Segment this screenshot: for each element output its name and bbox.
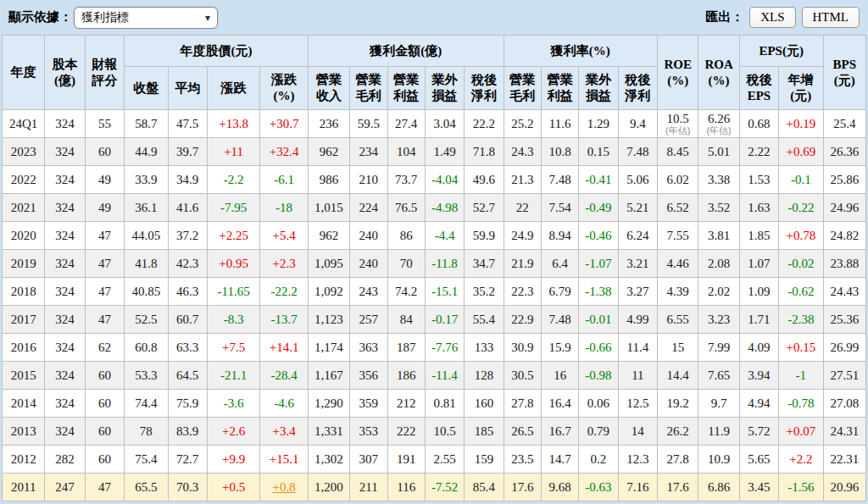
cell-bps: 27.08	[823, 390, 865, 418]
cell-eps: 1.71	[739, 306, 778, 334]
cell-avg: 63.3	[168, 334, 207, 362]
cell-avg: 47.5	[168, 110, 207, 138]
cell-net-income: 160	[465, 390, 504, 418]
cell-roa: 6.86	[698, 474, 739, 501]
cell-avg: 37.2	[168, 222, 207, 250]
header-gross-margin: 營業 毛利	[504, 67, 541, 110]
cell-op-margin: 16.7	[541, 418, 578, 446]
cell-non-op: -0.17	[425, 306, 464, 334]
cell-close: 44.05	[125, 222, 168, 250]
cell-revenue: 1,331	[308, 418, 349, 446]
year-cell: 2022	[3, 166, 45, 194]
cell-non-op: -11.8	[425, 250, 464, 278]
cell-net-margin: 7.16	[618, 474, 657, 501]
cell-bps: 22.31	[823, 446, 865, 474]
cell-eps: 2.22	[739, 138, 778, 166]
cell-avg: 64.5	[168, 362, 207, 390]
cell-bps: 27.51	[823, 362, 865, 390]
cell-roa: 5.01	[698, 138, 739, 166]
cell-op-income: 73.7	[387, 166, 425, 194]
cell-capital: 324	[45, 418, 85, 446]
cell-net-income: 71.8	[465, 138, 504, 166]
cell-roe: 15	[658, 334, 698, 362]
cell-gross-profit: 210	[350, 166, 387, 194]
cell-bps: 24.96	[823, 194, 865, 222]
table-row: 20233246044.939.7+11+32.49622341041.4971…	[3, 138, 866, 166]
table-row: 20173244752.560.7-8.3-13.71,12325784-0.1…	[3, 306, 866, 334]
cell-roe: 6.55	[658, 306, 698, 334]
cell-change-pct: -13.7	[260, 306, 308, 334]
cell-roe: 7.55	[658, 222, 698, 250]
cell-gross-profit: 59.5	[350, 110, 387, 138]
cell-avg: 70.3	[168, 474, 207, 501]
cell-non-op-margin: -0.01	[579, 306, 618, 334]
cell-bps: 20.96	[823, 474, 865, 501]
cell-net-income: 159	[465, 446, 504, 474]
cell-roa: 7.65	[698, 362, 739, 390]
cell-op-income: 70	[387, 250, 425, 278]
cell-roe: 4.39	[658, 278, 698, 306]
cell-revenue: 1,302	[308, 446, 349, 474]
cell-net-income: 59.9	[465, 222, 504, 250]
cell-roa: 2.08	[698, 250, 739, 278]
cell-net-income: 55.4	[465, 306, 504, 334]
cell-roe: 17.6	[658, 474, 698, 501]
cell-op-margin: 7.54	[541, 194, 578, 222]
table-row: 20193244741.842.3+0.95+2.31,09524070-11.…	[3, 250, 866, 278]
header-year: 年度	[3, 36, 45, 110]
cell-avg: 41.6	[168, 194, 207, 222]
table-row: 20143246074.475.9-3.6-4.61,2903592120.81…	[3, 390, 866, 418]
cell-non-op-margin: -1.07	[579, 250, 618, 278]
export-xls-button[interactable]: XLS	[749, 7, 795, 28]
header-net-margin: 稅後 淨利	[618, 67, 657, 110]
cell-change-pct: -22.2	[260, 278, 308, 306]
table-row: 20213244936.141.6-7.95-181,01522476.5-4.…	[3, 194, 866, 222]
cell-change-pct[interactable]: +0.8	[260, 474, 308, 501]
cell-change-pct: -28.4	[260, 362, 308, 390]
cell-eps-yoy: +0.19	[779, 110, 823, 138]
cell-non-op: 3.04	[425, 110, 464, 138]
cell-roe: 4.46	[658, 250, 698, 278]
header-price-group: 年度股價(元)	[125, 36, 309, 67]
year-cell: 2020	[3, 222, 45, 250]
cell-eps-yoy: -1	[779, 362, 823, 390]
cell-capital: 324	[45, 110, 85, 138]
toolbar: 顯示依據： 獲利指標 ▾ 匯出： XLS HTML	[0, 0, 868, 35]
cell-non-op-margin: -1.38	[579, 278, 618, 306]
cell-gross-margin: 26.5	[504, 418, 541, 446]
header-non-op: 業外 損益	[425, 67, 464, 110]
cell-change: -11.65	[207, 278, 259, 306]
table-row: 20153246053.364.5-21.1-28.41,167356186-1…	[3, 362, 866, 390]
cell-eps: 1.85	[739, 222, 778, 250]
cell-net-margin: 3.21	[618, 250, 657, 278]
chevron-down-icon: ▾	[205, 13, 210, 23]
year-cell: 2012	[3, 446, 45, 474]
cell-roa: 3.81	[698, 222, 739, 250]
header-change-pct: 漲跌 (%)	[260, 67, 308, 110]
cell-fin-score: 49	[85, 194, 124, 222]
cell-eps-yoy: +0.69	[779, 138, 823, 166]
cell-non-op: -4.98	[425, 194, 464, 222]
year-cell: 24Q1	[3, 110, 45, 138]
header-capital: 股本 (億)	[45, 36, 85, 110]
display-by-selected-value: 獲利指標	[81, 10, 129, 25]
cell-gross-profit: 356	[350, 362, 387, 390]
cell-change-pct: +30.7	[260, 110, 308, 138]
header-fin-score: 財報 評分	[85, 36, 124, 110]
cell-close: 74.4	[125, 390, 168, 418]
export-html-button[interactable]: HTML	[802, 7, 860, 28]
cell-gross-margin: 22.9	[504, 306, 541, 334]
display-by-label: 顯示依據：	[8, 9, 72, 25]
cell-roe: 19.2	[658, 390, 698, 418]
year-cell: 2023	[3, 138, 45, 166]
table-row: 20163246260.863.3+7.5+14.11,174363187-7.…	[3, 334, 866, 362]
year-cell: 2013	[3, 418, 45, 446]
cell-non-op-margin: 0.15	[579, 138, 618, 166]
header-op-income: 營業 利益	[387, 67, 425, 110]
cell-non-op-margin: 1.29	[579, 110, 618, 138]
display-by-select[interactable]: 獲利指標 ▾	[74, 7, 218, 29]
cell-eps-yoy: -0.78	[779, 390, 823, 418]
cell-non-op: -4.04	[425, 166, 464, 194]
cell-non-op-margin: -0.66	[579, 334, 618, 362]
cell-change: +0.5	[207, 474, 259, 501]
